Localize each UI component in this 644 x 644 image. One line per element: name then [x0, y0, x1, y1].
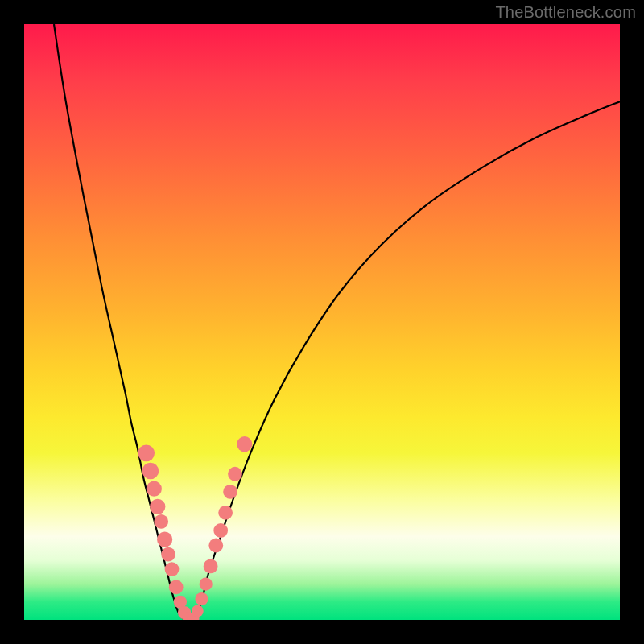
data-marker	[142, 463, 159, 480]
data-marker	[208, 539, 223, 553]
chart-frame: TheBottleneck.com	[0, 0, 644, 644]
data-marker	[218, 506, 233, 520]
data-marker	[154, 514, 168, 529]
data-marker	[200, 577, 213, 590]
data-marker	[228, 467, 242, 481]
marker-group	[138, 436, 252, 620]
data-marker	[204, 559, 218, 574]
data-marker	[157, 531, 172, 547]
data-marker	[237, 436, 252, 452]
data-marker	[223, 485, 237, 499]
curve-left	[54, 24, 185, 620]
plot-area	[24, 24, 620, 620]
data-marker	[147, 481, 162, 497]
data-marker	[192, 605, 204, 617]
curve-right	[191, 101, 620, 620]
data-marker	[161, 547, 175, 562]
data-marker	[150, 499, 165, 514]
data-marker	[165, 562, 180, 576]
data-marker	[195, 592, 208, 605]
data-marker	[169, 580, 184, 594]
chart-svg	[24, 24, 620, 620]
watermark-text: TheBottleneck.com	[495, 3, 636, 22]
data-marker	[213, 523, 228, 538]
data-marker	[138, 444, 155, 461]
